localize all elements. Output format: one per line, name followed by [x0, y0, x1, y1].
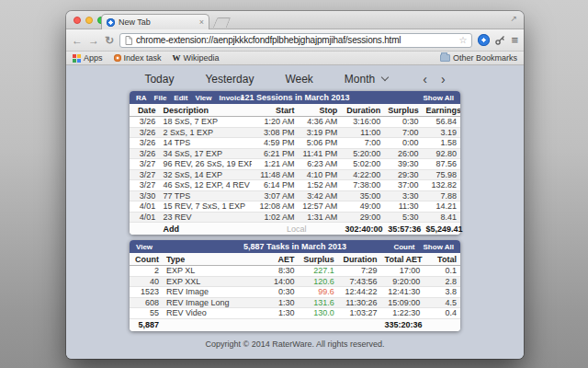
cell: 3/26: [130, 117, 159, 126]
cell: 8:30: [258, 266, 298, 275]
cell: 2.8: [424, 277, 460, 286]
apps-shortcut[interactable]: Apps: [73, 53, 103, 63]
sessions-totals-row: Add Local 302:40:00 35:57:36 $5,249.41: [130, 223, 460, 235]
menu-item[interactable]: RA: [136, 94, 147, 102]
table-row[interactable]: 3/3077 TPS3:07 AM3:42 AM35:003:307.88: [130, 191, 460, 202]
cell: 3:08 PM: [252, 128, 298, 137]
cell: 3:19 PM: [299, 128, 342, 137]
sessions-show-all-button[interactable]: Show All: [424, 94, 454, 102]
table-row[interactable]: 3/2634 SxS, 17 EXP6:21 PM11:41 PM5:20:00…: [130, 149, 460, 160]
menu-item[interactable]: Edit: [174, 94, 187, 102]
column-header: Count: [130, 255, 163, 264]
nav-month-dropdown[interactable]: Month: [345, 73, 388, 86]
bookmark-item-index-task[interactable]: Index task: [114, 53, 162, 63]
tasks-header-bar: 5,887 Tasks in March 2013 View Count Sho…: [130, 240, 460, 253]
cell: 4:59 PM: [252, 138, 298, 147]
cell: 3.19: [423, 128, 460, 137]
cell: 3:42 AM: [299, 191, 342, 201]
table-row[interactable]: 40EXP XXL14:00120.67:43:569:20:002.8: [130, 277, 460, 288]
chevron-down-icon: [381, 73, 389, 80]
extension-icon[interactable]: [478, 34, 490, 46]
table-row[interactable]: 55REV Video1:30130.01:03:271:22:300.4: [130, 308, 460, 319]
page-icon: [125, 36, 132, 45]
table-row[interactable]: 4/0115 REV, 7 SxS, 1 EXP12:08 AM12:57 AM…: [130, 201, 460, 213]
sessions-columns: DateDescriptionStartStopDurationSurplusE…: [130, 104, 460, 117]
cell: 2 SxS, 1 EXP: [159, 128, 252, 137]
prev-period-button[interactable]: ‹: [423, 72, 427, 86]
cell: 1:31 AM: [299, 213, 342, 222]
new-tab-button[interactable]: [213, 17, 231, 28]
cell: 3:16:00: [341, 117, 384, 126]
cell: 1:21 AM: [252, 159, 298, 168]
menu-item[interactable]: View: [195, 94, 211, 102]
table-row[interactable]: 1523REV Image0:3099.612:44:2212:41:303.8: [130, 287, 460, 298]
browser-tab[interactable]: New Tab ×: [101, 14, 209, 29]
table-row[interactable]: 3/2796 REV, 26 SxS, 19 EXP1:21 AM6:23 AM…: [130, 159, 460, 170]
cell: 3/27: [130, 159, 159, 168]
cell: 12:44:22: [338, 287, 381, 296]
menu-item[interactable]: File: [154, 94, 167, 102]
cell: 39:30: [384, 159, 422, 168]
tab-title: New Tab: [119, 17, 196, 27]
chrome-menu-icon[interactable]: ≡: [511, 33, 518, 47]
table-row[interactable]: 4/0123 REV1:02 AM1:31 AM29:005:308.41: [130, 213, 460, 224]
table-row[interactable]: 3/2732 SxS, 14 EXP11:48 AM4:10 PM4:22:00…: [130, 170, 460, 181]
bookmark-label: Wikipedia: [184, 53, 220, 63]
cell: 8.41: [423, 213, 460, 222]
cell: 3/26: [130, 138, 159, 147]
cell: 0.1: [424, 266, 460, 275]
cell: 4/01: [130, 213, 159, 222]
bookmark-item-wikipedia[interactable]: W Wikipedia: [173, 53, 220, 63]
back-icon[interactable]: ←: [72, 35, 83, 46]
nav-today[interactable]: Today: [144, 73, 174, 86]
table-row[interactable]: 3/2614 TPS4:59 PM5:06 PM7:000:001.58: [130, 138, 460, 149]
cell: 11:30: [384, 201, 422, 211]
resize-icon: ↗: [510, 14, 517, 23]
total-task-count: 5,887: [130, 320, 163, 329]
cell: 7:00: [341, 138, 384, 147]
other-bookmarks-button[interactable]: Other Bookmarks: [440, 53, 517, 63]
table-row[interactable]: 608REV Image Long1:30131.611:30:2615:09:…: [130, 298, 460, 309]
menu-item[interactable]: View: [136, 243, 153, 251]
cell: 11:41 PM: [299, 149, 342, 158]
column-header: Surplus: [384, 106, 422, 115]
table-row[interactable]: 2EXP XL8:30227.17:2917:000.1: [130, 266, 460, 277]
cell: 132.82: [423, 180, 460, 190]
cell: 15 REV, 7 SxS, 1 EXP: [159, 201, 252, 211]
timezone-label: Local: [252, 224, 341, 234]
cell: 5:06 PM: [299, 138, 342, 147]
close-window-button[interactable]: [74, 17, 81, 24]
tasks-show-all-button[interactable]: Show All: [424, 243, 454, 251]
cell: 56.84: [423, 117, 460, 126]
cell: REV Image Long: [163, 298, 258, 307]
cell: EXP XXL: [163, 277, 258, 286]
table-row[interactable]: 3/262 SxS, 1 EXP3:08 PM3:19 PM11:007:003…: [130, 128, 460, 139]
tab-close-icon[interactable]: ×: [199, 18, 204, 27]
total-duration: 302:40:00: [341, 224, 384, 234]
cell: 11:48 AM: [252, 170, 298, 179]
cell: 23 REV: [159, 213, 252, 222]
cell: 3/26: [130, 149, 159, 158]
table-row[interactable]: 3/2618 SxS, 7 EXP1:20 AM4:36 AM3:16:000:…: [130, 117, 460, 128]
cell: 6:14 PM: [252, 180, 298, 190]
reload-icon[interactable]: ↻: [105, 35, 114, 46]
next-period-button[interactable]: ›: [441, 72, 446, 86]
table-row[interactable]: 3/2746 SxS, 12 EXP, 4 REV6:14 PM1:52 AM7…: [130, 180, 460, 191]
cell: 55: [130, 308, 163, 317]
nav-yesterday[interactable]: Yesterday: [205, 73, 254, 86]
cell: 4:10 PM: [299, 170, 342, 179]
tasks-count-button[interactable]: Count: [393, 243, 414, 251]
add-button[interactable]: Add: [159, 224, 252, 234]
bookmark-star-icon[interactable]: ☆: [458, 35, 467, 45]
minimize-window-button[interactable]: [85, 17, 93, 24]
address-bar[interactable]: chrome-extension://aenpjkkkcfondfplbhebj…: [119, 33, 472, 48]
nav-week[interactable]: Week: [285, 73, 312, 86]
cell: 15:09:00: [381, 298, 424, 307]
menu-item[interactable]: Invoice: [220, 94, 245, 102]
folder-icon: [440, 54, 450, 62]
key-icon[interactable]: [495, 35, 505, 45]
cell: 0.4: [424, 308, 460, 317]
tasks-columns: CountTypeAETSurplusDurationTotal AETTota…: [130, 253, 460, 266]
total-earnings: $5,249.41: [423, 224, 460, 234]
forward-icon[interactable]: →: [88, 35, 99, 46]
